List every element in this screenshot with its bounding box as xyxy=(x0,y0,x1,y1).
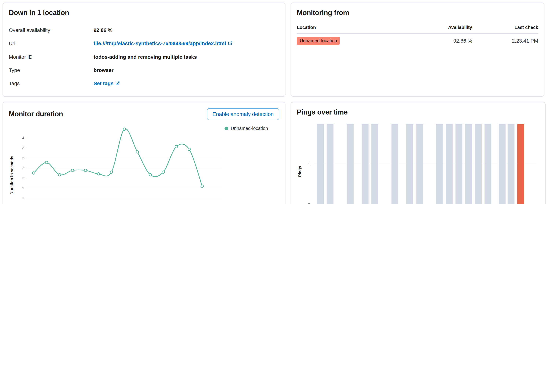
svg-text:3: 3 xyxy=(22,156,24,160)
monitor-duration-title: Monitor duration xyxy=(9,110,63,118)
field-label: Url xyxy=(9,40,94,46)
svg-text:0: 0 xyxy=(308,202,310,204)
status-summary-panel: Down in 1 location Overall availability … xyxy=(3,3,285,96)
pings-over-time-panel: Pings over time Pings 0114:1014:1114:121… xyxy=(291,102,546,204)
field-overall-availability: Overall availability 92.86 % xyxy=(9,23,279,37)
field-label: Tags xyxy=(9,80,94,86)
set-tags-link[interactable]: Set tags xyxy=(94,80,120,86)
duration-y-axis-label: Duration in seconds xyxy=(9,122,15,204)
monitor-duration-panel: Monitor duration Enable anomaly detectio… xyxy=(3,102,285,204)
overall-availability-value: 92.86 % xyxy=(94,27,112,33)
svg-text:1: 1 xyxy=(22,196,24,200)
external-link-icon xyxy=(115,81,120,87)
charts-row: Monitor duration Enable anomaly detectio… xyxy=(3,102,544,204)
enable-anomaly-detection-button[interactable]: Enable anomaly detection xyxy=(207,108,279,120)
pings-over-time-chart: 0114:1014:1114:1214:1314:1414:1514:1614:… xyxy=(303,118,539,204)
monitoring-from-table: Location Availability Last check Unnamed… xyxy=(297,22,538,48)
monitor-url-link[interactable]: file:///tmp/elastic-synthetics-764860569… xyxy=(94,40,232,46)
svg-text:4: 4 xyxy=(22,136,24,140)
svg-text:1: 1 xyxy=(308,162,310,166)
uptime-monitor-page: Down in 1 location Overall availability … xyxy=(0,0,547,204)
location-status-badge[interactable]: Unnamed-location xyxy=(297,37,340,45)
external-link-icon xyxy=(228,41,232,47)
svg-text:2: 2 xyxy=(22,176,24,180)
table-row: Unnamed-location 92.86 % 2:23:41 PM xyxy=(297,34,538,48)
column-header-location: Location xyxy=(297,22,399,34)
monitoring-from-panel: Monitoring from Location Availability La… xyxy=(291,3,544,96)
column-header-availability: Availability xyxy=(399,22,472,34)
monitor-type-value: browser xyxy=(94,67,114,73)
field-type: Type browser xyxy=(9,63,279,77)
pings-over-time-title: Pings over time xyxy=(297,108,348,116)
svg-text:3: 3 xyxy=(22,146,24,150)
top-row: Down in 1 location Overall availability … xyxy=(3,3,544,96)
field-monitor-id: Monitor ID todos-adding and removing mul… xyxy=(9,50,279,63)
status-panel-title: Down in 1 location xyxy=(9,9,279,17)
field-label: Type xyxy=(9,67,94,73)
availability-value: 92.86 % xyxy=(399,34,472,48)
field-label: Overall availability xyxy=(9,27,94,33)
legend-label: Unnamed-location xyxy=(231,126,268,131)
field-label: Monitor ID xyxy=(9,54,94,60)
pings-y-axis-label: Pings xyxy=(297,118,303,204)
column-header-last-check: Last check xyxy=(472,22,538,34)
field-url: Url file:///tmp/elastic-synthetics-76486… xyxy=(9,37,279,50)
monitor-id-value: todos-adding and removing multiple tasks xyxy=(94,54,197,60)
svg-text:2: 2 xyxy=(22,166,24,170)
legend-item-unnamed-location[interactable]: Unnamed-location xyxy=(225,122,279,204)
monitor-duration-chart: 0112233414:1014:1114:1214:1314:1414:1514… xyxy=(15,122,225,204)
last-check-value: 2:23:41 PM xyxy=(472,34,538,48)
field-tags: Tags Set tags xyxy=(9,77,279,90)
svg-text:1: 1 xyxy=(22,186,24,190)
monitoring-from-title: Monitoring from xyxy=(297,9,538,17)
legend-dot-icon xyxy=(225,127,228,130)
monitor-details-list: Overall availability 92.86 % Url file://… xyxy=(9,23,279,90)
